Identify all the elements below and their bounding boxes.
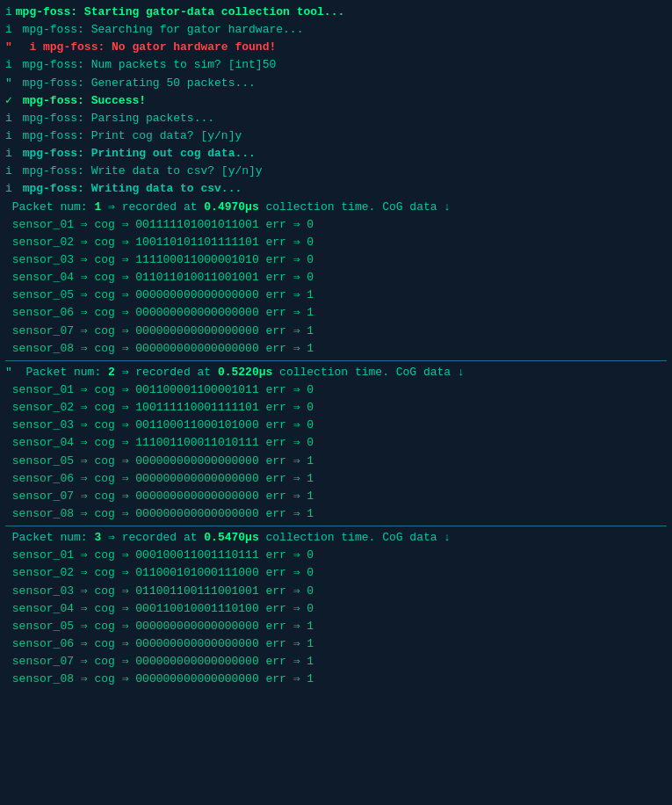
line-generating: " mpg-foss: Generating 50 packets...	[5, 75, 667, 92]
line-text: mpg-foss: Parsing packets...	[16, 110, 214, 127]
line-text: i mpg-foss: No gator hardware found!	[16, 39, 276, 56]
line-searching: i mpg-foss: Searching for gator hardware…	[5, 21, 667, 39]
line-writing: i mpg-foss: Writing data to csv...	[5, 180, 667, 198]
prefix-icon: i	[5, 110, 12, 127]
packet-3-sensor-04: sensor_04 ⇒ cog ⇒ 000110010001110100 err…	[5, 600, 667, 618]
line-no-hardware: " i mpg-foss: No gator hardware found!	[5, 39, 667, 56]
packet-3-sensor-07: sensor_07 ⇒ cog ⇒ 000000000000000000 err…	[5, 653, 667, 671]
packet-2-sensor-07: sensor_07 ⇒ cog ⇒ 000000000000000000 err…	[5, 488, 667, 505]
line-start: i mpg-foss: Starting gator-data collecti…	[5, 4, 667, 21]
packet-2-label: " Packet num: 2 ⇒ recorded at 0.5220μs c…	[5, 364, 465, 381]
packet-2-sensor-01: sensor_01 ⇒ cog ⇒ 001100001100001011 err…	[5, 381, 667, 399]
divider-2	[5, 526, 667, 526]
prefix-icon: "	[5, 75, 12, 92]
terminal: i mpg-foss: Starting gator-data collecti…	[0, 0, 672, 805]
divider-1	[5, 360, 667, 361]
prefix-icon: "	[5, 39, 12, 56]
packet-3-header: Packet num: 3 ⇒ recorded at 0.5470μs col…	[5, 529, 667, 547]
line-text: mpg-foss: Starting gator-data collection…	[16, 4, 344, 21]
packet-1-sensor-01: sensor_01 ⇒ cog ⇒ 001111101001011001 err…	[5, 216, 667, 234]
packet-2-sensor-08: sensor_08 ⇒ cog ⇒ 000000000000000000 err…	[5, 505, 667, 523]
line-text: mpg-foss: Write data to csv? [y/n]y	[16, 163, 263, 180]
check-icon: ✓	[5, 92, 12, 110]
packet-1-sensor-03: sensor_03 ⇒ cog ⇒ 111100011000001010 err…	[5, 251, 667, 269]
line-text: mpg-foss: Print cog data? [y/n]y	[16, 127, 242, 145]
line-write-csv: i mpg-foss: Write data to csv? [y/n]y	[5, 163, 667, 180]
packet-1-sensor-08: sensor_08 ⇒ cog ⇒ 000000000000000000 err…	[5, 340, 667, 358]
line-parsing: i mpg-foss: Parsing packets...	[5, 110, 667, 127]
packet-1-sensor-05: sensor_05 ⇒ cog ⇒ 000000000000000000 err…	[5, 286, 667, 304]
packet-2-sensor-04: sensor_04 ⇒ cog ⇒ 111001100011010111 err…	[5, 434, 667, 452]
packet-1-sensor-04: sensor_04 ⇒ cog ⇒ 011011010011001001 err…	[5, 269, 667, 286]
packet-1-label: Packet num: 1 ⇒ recorded at 0.4970μs col…	[5, 199, 451, 216]
packet-2-sensor-05: sensor_05 ⇒ cog ⇒ 000000000000000000 err…	[5, 453, 667, 470]
line-text: mpg-foss: Writing data to csv...	[16, 180, 242, 198]
line-printing: i mpg-foss: Printing out cog data...	[5, 145, 667, 163]
line-text: mpg-foss: Generating 50 packets...	[16, 75, 256, 92]
prefix-icon: i	[5, 21, 12, 39]
packet-3-sensor-03: sensor_03 ⇒ cog ⇒ 011001100111001001 err…	[5, 583, 667, 600]
prefix-icon: i	[5, 145, 12, 163]
packet-3-sensor-01: sensor_01 ⇒ cog ⇒ 000100011001110111 err…	[5, 547, 667, 564]
prefix-icon: i	[5, 180, 12, 198]
packet-2-header: " Packet num: 2 ⇒ recorded at 0.5220μs c…	[5, 364, 667, 381]
prefix-icon: i	[5, 4, 12, 21]
packet-3-sensor-06: sensor_06 ⇒ cog ⇒ 000000000000000000 err…	[5, 635, 667, 653]
packet-3-label: Packet num: 3 ⇒ recorded at 0.5470μs col…	[5, 529, 451, 547]
prefix-icon: i	[5, 127, 12, 145]
packet-3-sensor-02: sensor_02 ⇒ cog ⇒ 011000101000111000 err…	[5, 564, 667, 582]
packet-3-sensor-08: sensor_08 ⇒ cog ⇒ 000000000000000000 err…	[5, 671, 667, 688]
packet-1-sensor-07: sensor_07 ⇒ cog ⇒ 000000000000000000 err…	[5, 323, 667, 340]
packet-1-sensor-06: sensor_06 ⇒ cog ⇒ 000000000000000000 err…	[5, 304, 667, 322]
line-text: mpg-foss: Success!	[16, 92, 146, 110]
line-text: mpg-foss: Searching for gator hardware..…	[16, 21, 304, 39]
packet-2-sensor-06: sensor_06 ⇒ cog ⇒ 000000000000000000 err…	[5, 470, 667, 488]
packet-3-sensor-05: sensor_05 ⇒ cog ⇒ 000000000000000000 err…	[5, 618, 667, 635]
packet-2-sensor-03: sensor_03 ⇒ cog ⇒ 001100011000101000 err…	[5, 417, 667, 434]
line-num-packets: i mpg-foss: Num packets to sim? [int]50	[5, 56, 667, 74]
prefix-icon: i	[5, 56, 12, 74]
line-text: mpg-foss: Num packets to sim? [int]50	[16, 56, 276, 74]
line-print-cog: i mpg-foss: Print cog data? [y/n]y	[5, 127, 667, 145]
packet-1-sensor-02: sensor_02 ⇒ cog ⇒ 100110101101111101 err…	[5, 234, 667, 251]
packet-2-sensor-02: sensor_02 ⇒ cog ⇒ 100111110001111101 err…	[5, 399, 667, 417]
line-text: mpg-foss: Printing out cog data...	[16, 145, 256, 163]
prefix-icon: i	[5, 163, 12, 180]
packet-1-header: Packet num: 1 ⇒ recorded at 0.4970μs col…	[5, 199, 667, 216]
line-success: ✓ mpg-foss: Success!	[5, 92, 667, 110]
